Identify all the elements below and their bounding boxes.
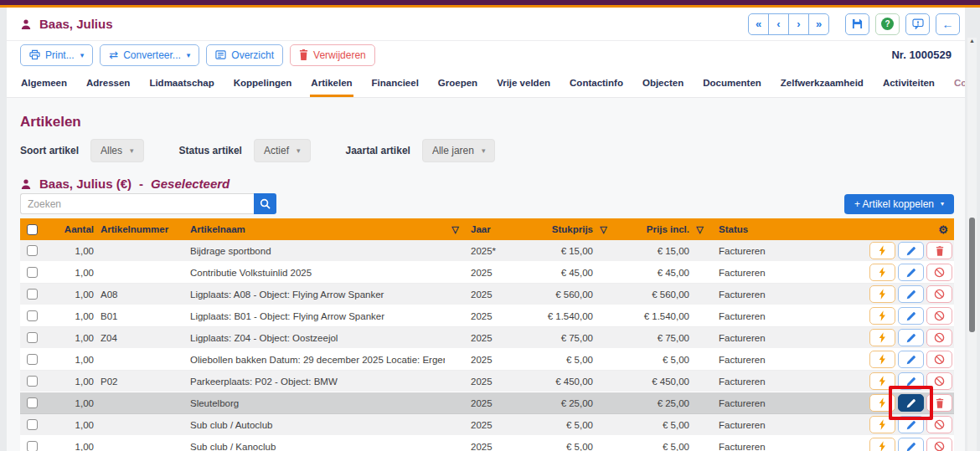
table-row[interactable]: 1,00 B01 Ligplaats: B01 - Object: Flying…	[20, 305, 954, 327]
tab-contactinfo[interactable]: Contactinfo	[569, 69, 624, 97]
select-all-checkbox[interactable]	[27, 224, 38, 235]
column-aantal[interactable]: Aantal	[45, 224, 94, 234]
scrollbar-track[interactable]: ▲	[967, 38, 977, 451]
tab-lidmaatschap[interactable]: Lidmaatschap	[148, 69, 214, 97]
row-checkbox[interactable]	[27, 376, 38, 387]
lightning-bolt-icon	[879, 245, 886, 256]
invoice-now-button[interactable]	[869, 285, 895, 303]
tab-vrije-velden[interactable]: Vrije velden	[496, 69, 551, 97]
tab-groepen[interactable]: Groepen	[437, 69, 478, 97]
tab-koppelingen[interactable]: Koppelingen	[233, 69, 293, 97]
column-artikelnaam[interactable]: Artikelnaam	[183, 224, 445, 234]
help-button[interactable]: ?	[875, 13, 900, 35]
column-jaar[interactable]: Jaar	[466, 224, 526, 234]
table-row[interactable]: 1,00 Z04 Ligplaats: Z04 - Object: Oostze…	[20, 327, 954, 349]
row-checkbox[interactable]	[27, 332, 38, 343]
delete-article-button[interactable]	[926, 242, 952, 259]
invoice-now-button[interactable]	[869, 264, 895, 281]
invoice-now-button[interactable]	[869, 372, 895, 390]
row-checkbox[interactable]	[27, 310, 38, 321]
edit-article-button[interactable]	[898, 438, 924, 451]
invoice-now-button[interactable]	[869, 307, 895, 325]
row-checkbox[interactable]	[27, 289, 38, 300]
column-prijs-incl[interactable]: Prijs incl.	[614, 224, 689, 234]
table-row[interactable]: 1,00 Bijdrage sportbond 2025* € 15,00 € …	[20, 240, 954, 262]
table-row[interactable]: 1,00 Sleutelborg 2025 € 25,00 € 25,00 Fa…	[20, 392, 954, 414]
edit-article-button[interactable]	[898, 372, 924, 390]
delete-button[interactable]: Verwijderen	[290, 44, 375, 66]
save-button[interactable]	[845, 13, 869, 35]
tab-activiteiten[interactable]: Activiteiten	[882, 69, 936, 97]
caret-down-icon: ▾	[80, 51, 85, 59]
column-artikelnummer[interactable]: Artikelnummer	[94, 224, 183, 234]
last-record-button[interactable]: »	[808, 13, 829, 35]
search-button[interactable]	[254, 193, 276, 214]
tab-artikelen[interactable]: Artikelen	[310, 69, 353, 97]
soort-artikel-select[interactable]: Alles ▾	[90, 139, 144, 162]
edit-article-button[interactable]	[898, 416, 924, 433]
table-row[interactable]: 1,00 Contributie Volkstuinlid 2025 2025 …	[20, 262, 954, 284]
edit-article-button[interactable]	[898, 329, 924, 346]
tab-algemeen[interactable]: Algemeen	[20, 69, 68, 97]
tab-objecten[interactable]: Objecten	[642, 69, 684, 97]
overview-button[interactable]: Overzicht	[206, 44, 283, 66]
prijs-incl-filter-icon[interactable]: ▽	[689, 224, 710, 235]
cell-artikelnummer: A08	[94, 290, 183, 300]
invoice-now-button[interactable]	[869, 351, 895, 368]
table-row[interactable]: 1,00 P02 Parkeerplaats: P02 - Object: BM…	[20, 371, 954, 392]
invoice-now-button[interactable]	[869, 416, 895, 433]
delete-article-button[interactable]	[926, 438, 952, 451]
delete-article-button[interactable]	[926, 351, 952, 368]
back-button[interactable]: ←	[936, 13, 960, 35]
table-row[interactable]: 1,00 A08 Ligplaats: A08 - Object: Flying…	[20, 284, 954, 305]
link-article-button[interactable]: + Artikel koppelen ▾	[844, 194, 954, 214]
delete-article-button[interactable]	[926, 416, 952, 433]
delete-article-button[interactable]	[926, 285, 952, 303]
table-row[interactable]: 1,00 Sub club / Kanoclub 2025 € 5,00 € 5…	[20, 436, 954, 451]
row-checkbox[interactable]	[27, 441, 38, 451]
previous-record-button[interactable]: ‹	[768, 13, 789, 35]
edit-article-button[interactable]	[898, 307, 924, 325]
table-row[interactable]: 1,00 Oliebollen bakken Datum: 29 decembe…	[20, 349, 954, 371]
invoice-now-button[interactable]	[869, 242, 895, 259]
delete-article-button[interactable]	[926, 372, 952, 390]
tab-adressen[interactable]: Adressen	[85, 69, 131, 97]
row-checkbox[interactable]	[27, 267, 38, 278]
row-checkbox[interactable]	[27, 354, 38, 365]
column-stukprijs[interactable]: Stukprijs	[526, 224, 593, 234]
invoice-now-button[interactable]	[869, 438, 895, 451]
delete-article-button[interactable]	[926, 307, 952, 325]
edit-article-button[interactable]	[898, 264, 924, 281]
scrollbar-thumb[interactable]	[969, 218, 975, 332]
jaartal-artikel-select[interactable]: Alle jaren ▾	[422, 139, 496, 162]
edit-article-button[interactable]	[898, 351, 924, 368]
search-input[interactable]	[20, 193, 254, 214]
edit-article-button[interactable]	[898, 285, 924, 303]
stukprijs-filter-icon[interactable]: ▽	[593, 224, 614, 235]
delete-article-button[interactable]	[926, 394, 952, 412]
tab-documenten[interactable]: Documenten	[702, 69, 762, 97]
row-checkbox[interactable]	[27, 419, 38, 430]
table-row[interactable]: 1,00 Sub club / Autoclub 2025 € 5,00 € 5…	[20, 414, 954, 436]
edit-article-button[interactable]	[898, 242, 924, 259]
tab-zelfwerkzaamheid[interactable]: Zelfwerkzaamheid	[780, 69, 864, 97]
invoice-now-button[interactable]	[869, 394, 895, 412]
next-record-button[interactable]: ›	[788, 13, 809, 35]
status-artikel-select[interactable]: Actief ▾	[254, 139, 311, 162]
tab-financieel[interactable]: Financieel	[371, 69, 420, 97]
scrollbar-up-arrow-icon[interactable]: ▲	[969, 38, 975, 44]
convert-button[interactable]: ⇄ Converteer... ▾	[100, 44, 199, 66]
column-status[interactable]: Status	[710, 224, 868, 234]
print-button[interactable]: Print... ▾	[20, 44, 93, 66]
delete-article-button[interactable]	[926, 264, 952, 281]
row-checkbox[interactable]	[27, 245, 38, 256]
row-checkbox[interactable]	[27, 397, 38, 408]
tab-contracten[interactable]: Contracten	[953, 69, 965, 97]
invoice-now-button[interactable]	[869, 329, 895, 346]
artikelnaam-filter-icon[interactable]: ▽	[445, 224, 466, 235]
delete-article-button[interactable]	[926, 329, 952, 346]
feedback-button[interactable]	[905, 13, 930, 35]
first-record-button[interactable]: «	[748, 13, 769, 35]
edit-article-button[interactable]	[898, 394, 924, 412]
column-settings-gear-icon[interactable]: ⚙	[938, 223, 948, 236]
